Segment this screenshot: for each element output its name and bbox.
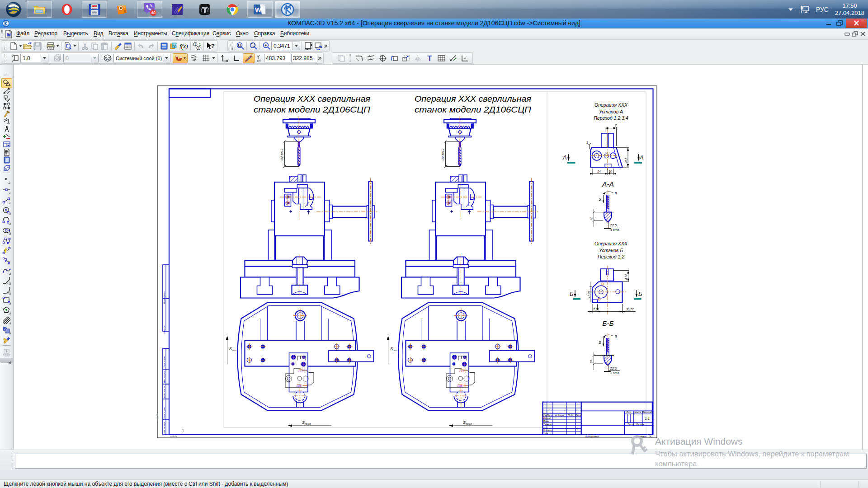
variables-button[interactable] xyxy=(159,41,169,51)
copy-object-button[interactable] xyxy=(336,53,347,63)
copy-button[interactable] xyxy=(90,41,100,51)
mirror-button[interactable] xyxy=(412,53,423,63)
window-close-button[interactable] xyxy=(846,19,867,28)
menu-editor[interactable]: Редактор xyxy=(34,30,57,37)
fx-button[interactable]: f(x) xyxy=(179,41,189,51)
menu-specification[interactable]: Спецификация xyxy=(172,30,209,37)
rotate-button[interactable] xyxy=(389,53,400,63)
tool-point-button[interactable] xyxy=(1,176,12,186)
coord-x-field[interactable]: 483.793 xyxy=(264,54,290,62)
scale-button[interactable] xyxy=(401,53,411,63)
menu-tools[interactable]: Инструменты xyxy=(134,30,167,37)
taskbar-app-punto-switcher[interactable] xyxy=(165,1,190,18)
network-icon[interactable] xyxy=(800,5,810,14)
line-weight-combo[interactable]: 1.0 xyxy=(20,54,48,62)
snap-magnet-button[interactable] xyxy=(173,53,188,63)
preview-button[interactable] xyxy=(63,41,73,51)
taskbar-app-explorer[interactable] xyxy=(27,1,52,18)
tool-arc-button[interactable] xyxy=(1,216,12,226)
print-dropdown[interactable] xyxy=(56,41,60,51)
menu-libraries[interactable]: Библиотеки xyxy=(280,30,309,37)
copy-properties-button[interactable] xyxy=(113,41,123,51)
tool-nurbs-button[interactable] xyxy=(1,236,12,246)
taskbar-app-chrome[interactable] xyxy=(220,1,245,18)
coord-y-field[interactable]: 322.985 xyxy=(291,54,317,62)
taskbar-app-floppy-manager[interactable] xyxy=(82,1,107,18)
redo-button[interactable] xyxy=(146,41,156,51)
panel-grip[interactable] xyxy=(4,75,9,76)
taskbar-app-kompas[interactable] xyxy=(275,1,300,18)
align-center-button[interactable] xyxy=(377,53,388,63)
menu-help[interactable]: Справка xyxy=(254,30,275,37)
tool-fillet-button[interactable] xyxy=(1,286,12,296)
tool-spline-button[interactable] xyxy=(1,266,12,276)
layer-number-dropdown[interactable] xyxy=(91,54,98,62)
preview-dropdown[interactable] xyxy=(73,41,77,51)
menu-select[interactable]: Выделить xyxy=(63,30,88,37)
paste-button[interactable] xyxy=(100,41,110,51)
menu-insert[interactable]: Вставка xyxy=(108,30,128,37)
tool-line-button[interactable] xyxy=(1,186,12,196)
grid-dropdown[interactable] xyxy=(212,53,216,63)
refresh-view-button[interactable] xyxy=(313,41,323,51)
zoom-selected-button[interactable] xyxy=(248,41,258,51)
toolbar-grip[interactable] xyxy=(349,54,351,62)
tool-curve-button[interactable] xyxy=(1,246,12,256)
layer-number-combo[interactable]: 0 xyxy=(63,54,99,62)
document-icon[interactable] xyxy=(5,30,13,40)
undo-button[interactable] xyxy=(136,41,146,51)
tray-clock[interactable]: 17:50 27.04.2018 xyxy=(835,2,864,17)
dimension-button[interactable] xyxy=(448,53,458,63)
new-document-button[interactable] xyxy=(9,41,19,51)
language-indicator[interactable]: РУС xyxy=(816,6,829,13)
object-help-button[interactable]: ? xyxy=(205,41,215,51)
document-setup-button[interactable] xyxy=(9,53,20,63)
zoom-scale-dropdown[interactable] xyxy=(292,42,300,50)
toolbar-grip[interactable] xyxy=(231,42,233,50)
current-layer-dropdown[interactable] xyxy=(163,54,170,62)
menubar-grip[interactable] xyxy=(1,30,3,38)
zoom-rect-button[interactable] xyxy=(235,41,245,51)
menu-file[interactable]: Файл xyxy=(16,30,29,37)
tool-style-brush-button[interactable] xyxy=(1,335,12,345)
renumber-button[interactable]: 12 xyxy=(192,41,202,51)
table-button[interactable] xyxy=(436,53,447,63)
properties-table-button[interactable] xyxy=(123,41,133,51)
taskbar-app-world-of-tanks[interactable] xyxy=(192,1,217,18)
trim-curve-button[interactable] xyxy=(354,53,364,63)
angle-snap-button[interactable] xyxy=(189,53,199,63)
menu-service[interactable]: Сервис xyxy=(212,30,231,37)
tool-hatch-button[interactable] xyxy=(1,315,12,325)
current-layer-combo[interactable]: Системный слой (0) xyxy=(113,54,170,62)
menu-window[interactable]: Окно xyxy=(236,30,249,37)
taskbar-app-opera[interactable] xyxy=(54,1,80,18)
new-document-dropdown[interactable] xyxy=(19,41,23,51)
zoom-scale-combo[interactable]: 0.3471 xyxy=(271,42,300,50)
toolbar-overflow[interactable] xyxy=(323,41,327,51)
open-button[interactable] xyxy=(23,41,33,51)
property-panel-grip[interactable] xyxy=(12,454,13,469)
local-csys-button[interactable] xyxy=(219,53,230,63)
window-restore-button[interactable] xyxy=(834,19,845,28)
tool-circle-button[interactable] xyxy=(1,206,12,216)
taskbar-app-viber[interactable]: 40 xyxy=(137,1,162,18)
tool-rectangle-button[interactable] xyxy=(1,296,12,305)
limits-button[interactable]: ? xyxy=(169,41,179,51)
tool-polyline-button[interactable] xyxy=(1,256,12,266)
cut-button[interactable] xyxy=(80,41,90,51)
snap-settings-button[interactable] xyxy=(243,53,255,63)
taskbar-app-word[interactable]: W xyxy=(247,1,273,18)
drawing-canvas[interactable]: Перв. примен. Справ. № Подп. и дата Инв.… xyxy=(14,65,863,450)
toolbar-overflow[interactable] xyxy=(317,53,321,63)
ortho-button[interactable] xyxy=(231,53,242,63)
tool-insert-view-button[interactable] xyxy=(1,348,12,358)
save-button[interactable] xyxy=(33,41,42,51)
mdi-minimize-button[interactable] xyxy=(844,31,850,38)
window-minimize-button[interactable] xyxy=(823,19,835,28)
pan-button[interactable] xyxy=(303,41,313,51)
corner-button[interactable] xyxy=(459,53,470,63)
start-button[interactable] xyxy=(2,1,25,18)
tool-composite-hatch-button[interactable] xyxy=(1,325,12,335)
menu-view[interactable]: Вид xyxy=(94,30,103,37)
mdi-close-button[interactable] xyxy=(860,31,866,38)
